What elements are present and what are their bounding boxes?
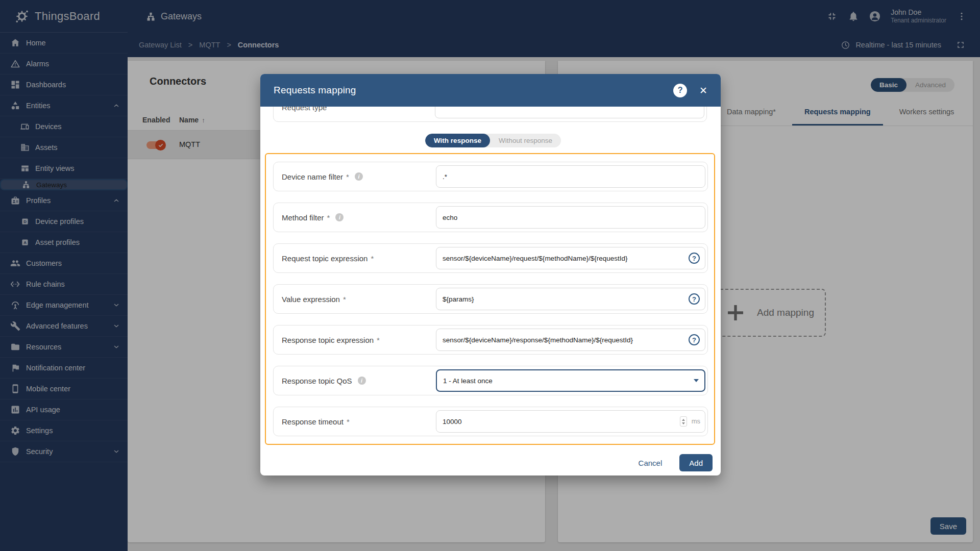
field-label: Response topic expression <box>282 336 374 344</box>
help-icon[interactable]: ? <box>673 84 687 97</box>
field-label: Response timeout <box>282 417 344 426</box>
value-expression-input[interactable] <box>436 288 705 310</box>
dialog-title: Requests mapping <box>274 85 356 96</box>
required-marker: * <box>371 254 374 263</box>
field-row-response-topic-qos: Response topic QoSi1 - At least once <box>273 366 708 395</box>
pill-with-response[interactable]: With response <box>425 134 490 147</box>
field-label: Value expression <box>282 295 340 304</box>
response-timeout-input[interactable] <box>436 410 705 433</box>
field-row-response-topic-expression: Response topic expression*? <box>273 325 708 355</box>
field-label: Request type <box>282 107 327 112</box>
field-row-device-name-filter: Device name filter*i <box>273 162 708 191</box>
required-marker: * <box>327 213 330 222</box>
field-help-icon[interactable]: ? <box>689 293 700 305</box>
field-row-request-topic-expression: Request topic expression*? <box>273 243 708 273</box>
response-mode-toggle: With responseWithout response <box>425 134 561 147</box>
unit-suffix: ms <box>692 417 700 425</box>
info-icon[interactable]: i <box>358 377 366 385</box>
requests-mapping-dialog: Requests mapping ? ✕ Request type With r… <box>260 74 721 475</box>
field-row-request-type: Request type <box>273 107 707 122</box>
new-mapping-highlight-box: Device name filter*iMethod filter*iReque… <box>265 153 715 445</box>
dialog-header: Requests mapping ? ✕ <box>260 74 721 107</box>
device-name-filter-input[interactable] <box>436 165 705 188</box>
field-label: Device name filter <box>282 172 343 181</box>
field-row-response-timeout: Response timeout*ms <box>273 407 708 436</box>
field-row-value-expression: Value expression*? <box>273 284 708 314</box>
field-label: Request topic expression <box>282 254 368 263</box>
field-label: Response topic QoS <box>282 377 352 385</box>
info-icon[interactable]: i <box>335 213 344 221</box>
required-marker: * <box>346 172 349 181</box>
required-marker: * <box>377 336 380 344</box>
required-marker: * <box>343 295 346 304</box>
field-row-method-filter: Method filter*i <box>273 203 708 232</box>
cancel-button[interactable]: Cancel <box>635 458 666 468</box>
dialog-footer: Cancel Add <box>635 454 713 471</box>
response-topic-qos-select[interactable]: 1 - At least once <box>436 369 705 392</box>
request-type-input[interactable] <box>435 107 704 118</box>
close-icon[interactable]: ✕ <box>699 86 707 95</box>
add-button[interactable]: Add <box>679 454 713 471</box>
field-label: Method filter <box>282 213 324 222</box>
field-help-icon[interactable]: ? <box>689 334 700 345</box>
dialog-body: Request type With responseWithout respon… <box>260 107 721 475</box>
required-marker: * <box>347 417 350 426</box>
dropdown-caret-icon <box>694 379 699 382</box>
thingsboard-app: ThingsBoard HomeAlarmsDashboardsEntities… <box>0 0 980 551</box>
info-icon[interactable]: i <box>355 172 363 181</box>
method-filter-input[interactable] <box>436 206 705 229</box>
number-stepper[interactable] <box>680 416 687 427</box>
response-topic-expression-input[interactable] <box>436 329 705 351</box>
request-topic-expression-input[interactable] <box>436 247 705 269</box>
pill-without-response[interactable]: Without response <box>490 134 561 147</box>
field-help-icon[interactable]: ? <box>689 253 700 264</box>
